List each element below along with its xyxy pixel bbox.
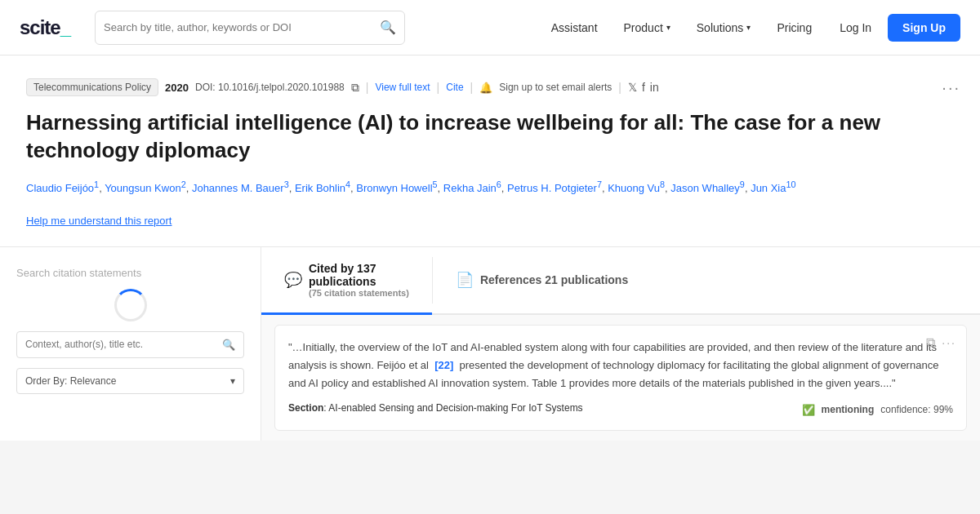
author-8[interactable]: Khuong Vu8 (608, 182, 665, 194)
logo-underscore: _ (60, 16, 70, 38)
nav-link-solutions[interactable]: Solutions ▾ (685, 15, 763, 41)
linkedin-icon[interactable]: in (650, 81, 659, 94)
chevron-down-icon: ▾ (666, 23, 670, 32)
paper-title: Harnessing artificial intelligence (AI) … (26, 109, 924, 165)
facebook-icon[interactable]: f (642, 81, 645, 94)
nav-links: Assistant Product ▾ Solutions ▾ Pricing … (540, 14, 960, 42)
divider: | (618, 81, 621, 94)
search-citations-label: Search citation statements (16, 267, 244, 279)
nav-link-assistant[interactable]: Assistant (540, 15, 609, 41)
cited-by-label: publications (309, 275, 409, 288)
citation-bottom-row: Section: AI-enabled Sensing and Decision… (288, 402, 953, 417)
cite-link[interactable]: Cite (446, 82, 463, 93)
logo[interactable]: scite_ (20, 16, 70, 39)
right-panel: 💬 Cited by 137 publications (75 citation… (261, 247, 980, 441)
paper-year: 2020 (165, 82, 189, 94)
references-count: References 21 publications (480, 273, 628, 286)
citation-search-input[interactable] (25, 339, 222, 350)
order-by-select[interactable]: Order By: Relevance ▾ (16, 368, 244, 394)
author-9[interactable]: Jason Whalley9 (670, 182, 745, 194)
journal-badge: Telecommunications Policy (26, 78, 158, 96)
twitter-icon[interactable]: 𝕏 (628, 81, 637, 94)
loading-spinner (114, 289, 147, 321)
login-button[interactable]: Log In (826, 15, 884, 41)
order-by-label: Order By: Relevance (25, 375, 116, 387)
author-4[interactable]: Erik Bohlin4 (295, 182, 350, 194)
more-citation-options-button[interactable]: ··· (942, 336, 956, 349)
navbar: scite_ 🔍 Assistant Product ▾ Solutions ▾… (0, 0, 980, 55)
chat-icon: 💬 (284, 271, 302, 289)
check-circle-icon: ✅ (802, 404, 815, 416)
confidence-text: confidence: 99% (880, 404, 953, 415)
divider: | (366, 81, 369, 94)
paper-meta: Telecommunications Policy 2020 DOI: 10.1… (26, 78, 954, 96)
copy-citation-button[interactable]: ⧉ (926, 335, 935, 350)
search-small-icon: 🔍 (222, 339, 235, 351)
cited-by-subtitle: (75 citation statements) (309, 288, 409, 298)
divider: | (470, 81, 474, 94)
search-input[interactable] (104, 21, 380, 33)
paper-doi: DOI: 10.1016/j.telpol.2020.101988 (195, 82, 345, 93)
author-2[interactable]: Youngsun Kwon2 (105, 182, 186, 194)
signup-button[interactable]: Sign Up (888, 14, 960, 42)
citation-text: "…Initially, the overview of the IoT and… (288, 339, 953, 392)
social-icons: 𝕏 f in (628, 81, 659, 94)
cited-by-count: Cited by 137 (309, 262, 376, 275)
spinner-container (16, 289, 244, 321)
section-label: Section (288, 402, 323, 414)
mentioning-badge: mentioning (822, 404, 875, 415)
tab-references[interactable]: 📄 References 21 publications (433, 247, 651, 315)
more-options-button[interactable]: ··· (942, 78, 960, 97)
left-panel: Search citation statements 🔍 Order By: R… (0, 247, 261, 441)
view-full-text-link[interactable]: View full text (375, 82, 430, 93)
citation-ref-num: [22] (434, 359, 453, 371)
citation-search-box[interactable]: 🔍 (16, 331, 244, 358)
alert-text: Sign up to set email alerts (499, 82, 612, 93)
bell-icon[interactable]: 🔔 (479, 82, 492, 94)
author-10[interactable]: Jun Xia10 (751, 182, 795, 194)
author-3[interactable]: Johannes M. Bauer3 (192, 182, 289, 194)
section-value: AI-enabled Sensing and Decision-making F… (328, 402, 582, 414)
divider: | (437, 81, 440, 94)
paper-detail: Telecommunications Policy 2020 DOI: 10.1… (0, 55, 980, 246)
chevron-down-icon: ▾ (230, 375, 235, 387)
chevron-down-icon: ▾ (746, 23, 751, 32)
citation-card: ⧉ ··· "…Initially, the overview of the I… (274, 325, 967, 431)
help-link[interactable]: Help me understand this report (26, 215, 172, 227)
copy-icon[interactable]: ⧉ (351, 81, 359, 95)
author-5[interactable]: Bronwyn Howell5 (356, 182, 437, 194)
authors-list: Claudio Feijóo1, Youngsun Kwon2, Johanne… (26, 178, 954, 197)
author-7[interactable]: Petrus H. Potgieter7 (507, 182, 602, 194)
author-1[interactable]: Claudio Feijóo1 (26, 182, 99, 194)
document-icon: 📄 (456, 271, 474, 289)
tab-cited-by[interactable]: 💬 Cited by 137 publications (75 citation… (261, 247, 432, 315)
search-bar[interactable]: 🔍 (95, 11, 405, 45)
author-6[interactable]: Rekha Jain6 (443, 182, 501, 194)
tabs-bar: 💬 Cited by 137 publications (75 citation… (261, 247, 980, 315)
nav-link-pricing[interactable]: Pricing (765, 15, 823, 41)
card-actions: ⧉ ··· (926, 335, 956, 350)
citation-section: Section: AI-enabled Sensing and Decision… (288, 402, 583, 414)
search-icon[interactable]: 🔍 (380, 20, 396, 35)
nav-link-product[interactable]: Product ▾ (612, 15, 682, 41)
lower-section: Search citation statements 🔍 Order By: R… (0, 246, 980, 441)
